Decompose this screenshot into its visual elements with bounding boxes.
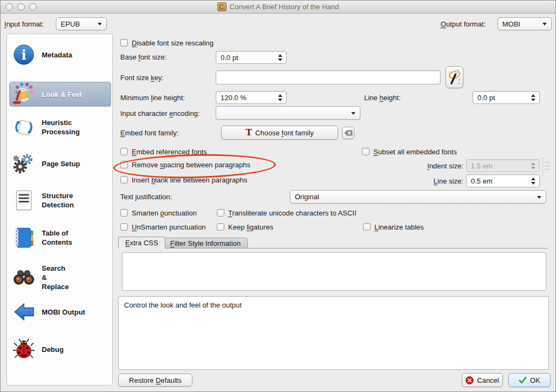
splitter-grip[interactable] <box>544 161 550 174</box>
spinner-arrows-icon[interactable] <box>275 54 286 61</box>
convert-dialog-window: Convert A Brief History of the Hand Inpu… <box>0 0 556 392</box>
restore-defaults-label: Restore Defaults <box>129 376 182 384</box>
spinner-arrows-icon[interactable] <box>275 94 286 101</box>
sidebar-item-label: Debug <box>42 345 107 354</box>
window-close-button[interactable] <box>5 3 13 11</box>
extra-css-textarea[interactable] <box>122 252 546 291</box>
unsmarten-punctuation-row: UnSmarten punctuation <box>120 222 206 232</box>
sidebar-item-search-replace[interactable]: Search & Replace <box>9 258 111 297</box>
keep-ligatures-row: Keep ligatures <box>217 222 273 232</box>
clear-font-family-button[interactable] <box>342 127 354 139</box>
remove-spacing-row: Remove spacing between paragraphs <box>120 160 250 169</box>
insert-blank-line-label: Insert blank line between paragraphs <box>132 176 247 184</box>
convert-book-icon <box>217 2 227 11</box>
input-encoding-label: Input character encoding: <box>120 109 200 118</box>
spinner-arrows-icon[interactable] <box>528 178 539 185</box>
info-icon: i <box>11 42 36 67</box>
window-zoom-button[interactable] <box>29 3 37 11</box>
transliterate-unicode-checkbox[interactable] <box>217 209 224 217</box>
input-format-value: EPUB <box>61 20 80 28</box>
smarten-punctuation-checkbox[interactable] <box>120 209 128 217</box>
binoculars-icon <box>11 265 36 290</box>
line-size-spinner[interactable]: 0.5 em <box>466 174 540 187</box>
sidebar-item-label: Table of Contents <box>42 228 76 247</box>
minimum-line-height-label: Minimum line height: <box>120 94 185 102</box>
indent-size-spinner: 1.5 em <box>466 159 540 172</box>
category-description-text: Control the look and feel of the output <box>124 301 242 309</box>
ok-button[interactable]: OK <box>508 373 551 387</box>
smarten-punctuation-label: Smarten punctuation <box>132 209 197 217</box>
window-minimize-button[interactable] <box>17 3 25 11</box>
sidebar-item-table-of-contents[interactable]: Table of Contents <box>9 220 111 255</box>
sidebar-item-structure-detection[interactable]: Structure Detection <box>9 183 111 218</box>
subset-embedded-fonts-row: Subset all embedded fonts <box>362 147 457 156</box>
output-format-label: Output format: <box>441 20 486 29</box>
insert-blank-line-checkbox[interactable] <box>120 176 128 184</box>
smarten-punctuation-row: Smarten punctuation <box>120 208 197 218</box>
tab-extra-css[interactable]: Extra CSS <box>118 237 165 249</box>
cancel-x-icon <box>466 376 474 384</box>
sidebar-item-label: Page Setup <box>42 159 107 168</box>
text-justification-select[interactable]: Original <box>290 190 546 204</box>
linearize-tables-label: Linearize tables <box>374 223 424 231</box>
tab-filter-style-label: Filter Style Information <box>170 239 241 247</box>
choose-font-family-button[interactable]: T Choose font family <box>221 126 338 140</box>
sidebar-item-label: Heuristic Processing <box>42 118 85 136</box>
input-encoding-combobox[interactable] <box>216 106 360 120</box>
rotate-page-icon <box>11 115 36 140</box>
notebook-icon <box>11 225 36 250</box>
chevron-down-icon <box>98 23 102 25</box>
font-size-key-input[interactable] <box>216 70 441 84</box>
transliterate-unicode-row: Transliterate unicode characters to ASCI… <box>217 208 357 218</box>
spinner-arrows-icon <box>528 162 539 169</box>
input-format-select[interactable]: EPUB <box>56 17 107 30</box>
svg-text:i: i <box>21 47 26 63</box>
embed-font-family-label: Embed font family: <box>120 129 179 138</box>
text-justification-label: Text justification: <box>120 193 172 201</box>
chevron-down-icon <box>537 196 541 199</box>
unsmarten-punctuation-label: UnSmarten punctuation <box>132 223 206 231</box>
sidebar-item-heuristic-processing[interactable]: Heuristic Processing <box>9 110 111 145</box>
insert-blank-line-row: Insert blank line between paragraphs <box>120 175 247 185</box>
keep-ligatures-checkbox[interactable] <box>217 223 224 231</box>
transliterate-unicode-label: Transliterate unicode characters to ASCI… <box>228 209 357 217</box>
base-font-size-spinner[interactable]: 0.0 pt <box>216 51 287 64</box>
sidebar-item-metadata[interactable]: i Metadata <box>9 40 111 70</box>
embed-referenced-fonts-label: Embed referenced fonts <box>132 148 207 156</box>
document-lines-icon <box>11 188 36 213</box>
output-format-select[interactable]: MOBI <box>497 17 552 30</box>
linearize-tables-row: Linearize tables <box>363 222 424 232</box>
spinner-arrows-icon[interactable] <box>528 94 539 101</box>
sidebar-item-debug[interactable]: Debug <box>9 332 111 367</box>
restore-defaults-button[interactable]: Restore Defaults <box>118 374 192 387</box>
font-size-key-label: Font size key: <box>120 74 164 82</box>
embed-referenced-fonts-checkbox[interactable] <box>120 148 128 155</box>
window-title: Convert A Brief History of the Hand <box>230 3 339 11</box>
input-format-label: Input format: <box>4 20 44 29</box>
category-description-box: Control the look and feel of the output <box>118 296 549 370</box>
base-font-size-label: Base font size: <box>120 53 166 62</box>
unsmarten-punctuation-checkbox[interactable] <box>120 223 128 231</box>
output-format-value: MOBI <box>502 20 520 28</box>
cancel-button[interactable]: Cancel <box>462 373 503 387</box>
gears-icon <box>11 151 36 176</box>
disable-font-rescaling-checkbox[interactable] <box>120 39 128 47</box>
embed-referenced-fonts-row: Embed referenced fonts <box>120 147 207 156</box>
backspace-icon <box>344 129 353 136</box>
minimum-line-height-spinner[interactable]: 120.0 % <box>216 91 287 104</box>
sidebar-item-look-and-feel[interactable]: Look & Feel <box>9 82 111 107</box>
sidebar-item-label: Look & Feel <box>42 90 107 99</box>
sidebar-item-page-setup[interactable]: Page Setup <box>9 146 111 181</box>
choose-font-family-label: Choose font family <box>255 129 314 137</box>
tab-filter-style-information[interactable]: Filter Style Information <box>163 238 248 249</box>
sidebar-item-mobi-output[interactable]: MOBI Output <box>9 295 111 329</box>
font-wizard-button[interactable] <box>445 66 463 88</box>
linearize-tables-checkbox[interactable] <box>363 223 371 231</box>
disable-font-rescaling-row: Disable font size rescaling <box>120 38 214 48</box>
sidebar-item-label: Structure Detection <box>42 191 85 210</box>
tab-extra-css-label: Extra CSS <box>125 239 158 247</box>
remove-spacing-checkbox[interactable] <box>120 161 128 168</box>
line-height-spinner[interactable]: 0.0 pt <box>473 91 540 104</box>
ok-check-icon <box>519 376 527 384</box>
subset-embedded-fonts-checkbox[interactable] <box>362 148 370 155</box>
